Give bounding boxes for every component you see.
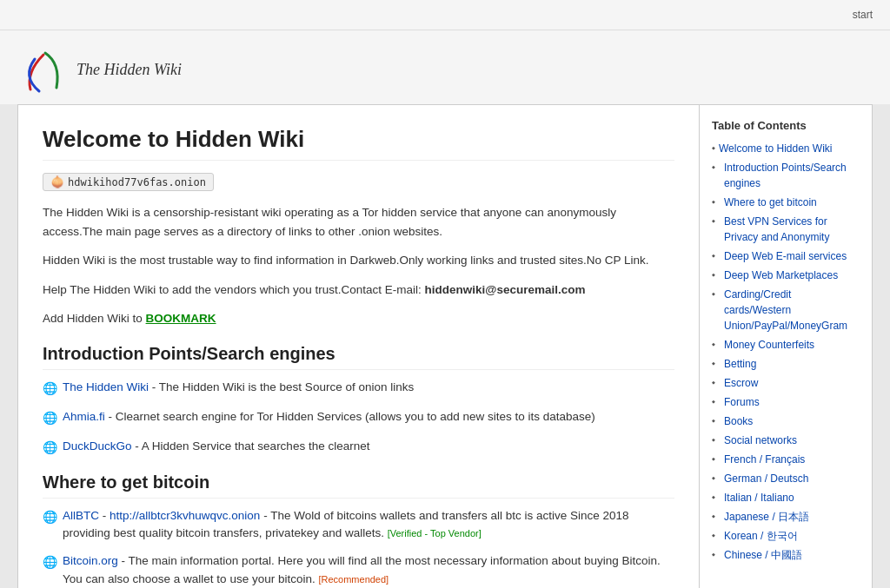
- toc-item-welcome: Welcome to Hidden Wiki: [712, 141, 860, 156]
- toc-link-bitcoin[interactable]: Where to get bitcoin: [724, 196, 817, 208]
- section-heading-intro: Introduction Points/Search engines: [43, 344, 674, 370]
- allbtc-dash: -: [103, 509, 110, 522]
- logo-text: The Hidden Wiki: [76, 61, 182, 79]
- toc-link-korean[interactable]: Korean / 한국어: [724, 530, 798, 542]
- toc-item-carding: Carding/Credit cards/Western Union/PayPa…: [712, 287, 860, 334]
- bookmark-line: Add Hidden Wiki to BOOKMARK: [43, 309, 674, 328]
- toc-item-german: German / Deutsch: [712, 471, 860, 486]
- toc-link-books[interactable]: Books: [724, 415, 753, 427]
- globe-icon-1: 🌐: [43, 380, 57, 398]
- start-label: start: [853, 9, 873, 21]
- allbtc-link[interactable]: AllBTC: [63, 509, 99, 522]
- toc-link-markets[interactable]: Deep Web Marketplaces: [724, 269, 838, 281]
- section-heading-bitcoin: Where to get bitcoin: [43, 472, 674, 499]
- globe-icon-4: 🌐: [43, 508, 57, 526]
- toc-item-italian: Italian / Italiano: [712, 490, 860, 505]
- bitcoin-org-badge: [Recommended]: [318, 574, 389, 585]
- toc-item-counterfeits: Money Counterfeits: [712, 337, 860, 353]
- toc-link-welcome[interactable]: Welcome to Hidden Wiki: [719, 142, 833, 155]
- contact-prefix: Help The Hidden Wiki to add the vendors …: [43, 283, 424, 296]
- intro-paragraph-3: Help The Hidden Wiki to add the vendors …: [43, 281, 674, 300]
- globe-icon-5: 🌐: [43, 553, 57, 571]
- allbtc-badge: [Verified - Top Vendor]: [388, 528, 482, 538]
- toc-item-vpn: Best VPN Services for Privacy and Anonym…: [712, 214, 860, 245]
- intro-paragraph-1: The Hidden Wiki is a censorship-resistan…: [43, 203, 674, 241]
- toc-link-intro[interactable]: Introduction Points/Search engines: [724, 162, 847, 189]
- page-title: Welcome to Hidden Wiki: [43, 126, 674, 161]
- bookmark-link[interactable]: BOOKMARK: [146, 312, 216, 325]
- toc-item-betting: Betting: [712, 356, 860, 372]
- top-bar: start: [0, 0, 890, 30]
- toc-link-forums[interactable]: Forums: [724, 396, 760, 408]
- ahmia-link[interactable]: Ahmia.fi: [63, 410, 105, 423]
- toc-link-carding[interactable]: Carding/Credit cards/Western Union/PayPa…: [724, 288, 847, 332]
- intro-paragraph-2: Hidden Wiki is the most trustable way to…: [43, 251, 674, 270]
- toc-item-markets: Deep Web Marketplaces: [712, 268, 860, 283]
- toc-item-books: Books: [712, 413, 860, 429]
- toc-link-email[interactable]: Deep Web E-mail services: [724, 250, 847, 262]
- toc-item-japanese: Japanese / 日本語: [712, 509, 860, 525]
- duckduckgo-desc: - A Hidden Service that searches the cle…: [132, 439, 370, 453]
- globe-icon-2: 🌐: [43, 409, 57, 427]
- toc-item-forums: Forums: [712, 394, 860, 410]
- hidden-wiki-desc: - The Hidden Wiki is the best Source of …: [149, 380, 414, 393]
- toc-item-french: French / Français: [712, 452, 860, 467]
- bitcoin-link-1: 🌐 AllBTC - http://allbtcr3kvhuwqvc.onion…: [43, 507, 674, 543]
- toc-link-counterfeits[interactable]: Money Counterfeits: [724, 339, 814, 351]
- toc-link-chinese[interactable]: Chinese / 中國語: [724, 549, 802, 561]
- globe-icon-3: 🌐: [43, 439, 57, 457]
- toc-item-escrow: Escrow: [712, 375, 860, 391]
- toc-link-vpn[interactable]: Best VPN Services for Privacy and Anonym…: [724, 215, 829, 243]
- onion-address: 🧅 hdwikihod77v6fas.onion: [43, 173, 214, 191]
- bitcoin-link-2: 🌐 Bitcoin.org - The main information por…: [43, 552, 674, 588]
- main-content: Welcome to Hidden Wiki 🧅 hdwikihod77v6fa…: [17, 104, 699, 588]
- toc-link-french[interactable]: French / Français: [724, 453, 805, 466]
- toc-item-chinese: Chinese / 中國語: [712, 547, 860, 563]
- allbtc-onion-link[interactable]: http://allbtcr3kvhuwqvc.onion: [110, 509, 260, 522]
- onion-icon: 🧅: [50, 175, 64, 188]
- logo-icon: [17, 46, 70, 94]
- duckduckgo-link[interactable]: DuckDuckGo: [63, 439, 132, 453]
- toc-link-japanese[interactable]: Japanese / 日本語: [724, 511, 809, 523]
- hidden-wiki-link[interactable]: The Hidden Wiki: [63, 380, 149, 393]
- toc-link-italian[interactable]: Italian / Italiano: [724, 492, 794, 504]
- toc-item-korean: Korean / 한국어: [712, 528, 860, 544]
- toc-item-email: Deep Web E-mail services: [712, 248, 860, 264]
- logo-area: The Hidden Wiki: [0, 30, 890, 104]
- ahmia-desc: - Clearnet search engine for Tor Hidden …: [105, 410, 595, 423]
- toc-link-social[interactable]: Social networks: [724, 434, 797, 446]
- intro-link-2: 🌐 Ahmia.fi - Clearnet search engine for …: [43, 408, 674, 427]
- toc-item-intro: Introduction Points/Search engines: [712, 160, 860, 191]
- toc-item-social: Social networks: [712, 433, 860, 448]
- toc-list: Welcome to Hidden Wiki Introduction Poin…: [712, 141, 860, 563]
- bitcoin-org-link[interactable]: Bitcoin.org: [63, 554, 118, 567]
- toc-link-german[interactable]: German / Deutsch: [724, 472, 808, 485]
- contact-email: hiddenwiki@securemail.com: [424, 283, 585, 296]
- intro-link-1: 🌐 The Hidden Wiki - The Hidden Wiki is t…: [43, 379, 674, 398]
- sidebar-title: Table of Contents: [712, 119, 860, 132]
- sidebar: Table of Contents Welcome to Hidden Wiki…: [699, 104, 873, 588]
- bookmark-prefix: Add Hidden Wiki to: [43, 312, 146, 325]
- intro-link-3: 🌐 DuckDuckGo - A Hidden Service that sea…: [43, 438, 674, 457]
- toc-item-bitcoin: Where to get bitcoin: [712, 195, 860, 210]
- toc-link-betting[interactable]: Betting: [724, 358, 756, 370]
- toc-link-escrow[interactable]: Escrow: [724, 377, 758, 389]
